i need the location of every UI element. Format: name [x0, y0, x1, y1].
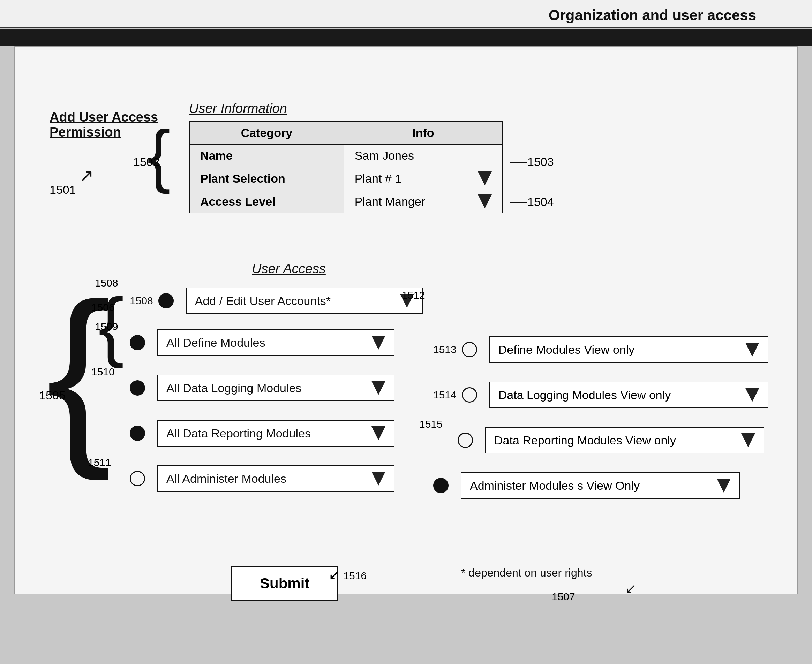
access-row-4: All Data Reporting Modules: [130, 420, 395, 446]
right-dropdown-3[interactable]: [741, 433, 755, 447]
add-user-line1: Add User Access: [49, 110, 158, 125]
bullet-1511a: [130, 426, 145, 441]
ref-1508: 1508: [130, 295, 153, 307]
access-label-4: All Data Reporting Modules: [166, 426, 311, 440]
right-access-row-3: Data Reporting Modules View only: [433, 427, 764, 454]
submit-button[interactable]: Submit: [231, 566, 338, 601]
main-content: Add User Access Permission 1501 ↗ { 1502…: [14, 46, 798, 594]
right-bullet-1514: [462, 387, 477, 403]
row-access-value: Plant Manger: [344, 190, 502, 213]
ref-1506: 1506: [91, 301, 115, 313]
ref-1505: 1505: [39, 389, 65, 402]
row-plant-value: Plant # 1: [344, 167, 502, 190]
bullet-1508: [158, 293, 174, 308]
right-access-label-3: Data Reporting Modules View only: [494, 434, 676, 447]
user-info-title: User Information: [189, 101, 503, 116]
access-row-1: 1508 Add / Edit User Accounts*: [130, 288, 423, 314]
right-dropdown-4[interactable]: [717, 478, 731, 493]
access-dropdown-3[interactable]: [372, 381, 385, 395]
access-box-2[interactable]: All Define Modules: [157, 329, 395, 356]
access-row-3: All Data Logging Modules: [130, 375, 395, 401]
user-info-table: Category Info Name Sam Jones Plant Selec…: [189, 121, 503, 213]
thick-black-bar: [0, 29, 812, 46]
access-label-1: Add / Edit User Accounts*: [195, 294, 331, 308]
right-access-label-2: Data Logging Modules View only: [499, 388, 671, 402]
access-box-5[interactable]: All Administer Modules: [157, 465, 395, 492]
ref-1515-label: 1515: [419, 418, 443, 430]
bullet-1511b: [130, 471, 145, 486]
row-access-label: Access Level: [189, 190, 344, 213]
add-user-line2: Permission: [49, 125, 158, 140]
bullet-1509: [130, 335, 145, 350]
access-dropdown-5[interactable]: [372, 472, 385, 485]
table-row-plant: Plant Selection Plant # 1: [189, 167, 502, 190]
col-info: Info: [344, 122, 502, 144]
right-dropdown-1[interactable]: [745, 343, 759, 356]
right-access-row-2: 1514 Data Logging Modules View only: [433, 382, 768, 408]
bullet-1510: [130, 380, 145, 395]
right-access-row-4: Administer Modules s View Only: [433, 472, 740, 499]
right-access-row-1: 1513 Define Modules View only: [433, 336, 768, 363]
access-label-5: All Administer Modules: [166, 472, 286, 485]
access-label-3: All Data Logging Modules: [166, 381, 302, 395]
ref-1509-label: 1509: [95, 321, 118, 332]
line-1503: [510, 162, 527, 163]
ref-1511-label: 1511: [88, 457, 111, 469]
add-user-permission-label: Add User Access Permission: [49, 110, 158, 140]
right-bullet-1513: [462, 342, 477, 357]
right-dropdown-2[interactable]: [745, 388, 759, 402]
row-plant-label: Plant Selection: [189, 167, 344, 190]
arrow-1507: ↙: [625, 580, 637, 596]
access-label-2: All Define Modules: [166, 336, 265, 350]
access-box-1[interactable]: Add / Edit User Accounts*: [186, 288, 423, 314]
table-row-name: Name Sam Jones: [189, 144, 502, 167]
table-row-access: Access Level Plant Manger: [189, 190, 502, 213]
access-row-2: All Define Modules: [130, 329, 395, 356]
access-box-4[interactable]: All Data Reporting Modules: [157, 420, 395, 446]
ref-1516-label: ↙ 1516: [329, 566, 367, 583]
header-title: Organization and user access: [549, 7, 756, 24]
line-1504: [510, 202, 527, 203]
right-access-box-3[interactable]: Data Reporting Modules View only: [485, 427, 764, 454]
access-dropdown-4[interactable]: [372, 426, 385, 440]
access-dropdown-2[interactable]: [372, 336, 385, 350]
right-access-box-4[interactable]: Administer Modules s View Only: [461, 472, 740, 499]
ref-1503: 1503: [527, 155, 554, 169]
plant-dropdown-arrow[interactable]: [478, 171, 492, 186]
right-access-label-1: Define Modules View only: [499, 343, 635, 356]
ref-1510-label: 1510: [91, 366, 115, 378]
right-bullet-filled-4: [433, 478, 448, 493]
footnote: * dependent on user rights: [461, 566, 592, 579]
ref-1514: 1514: [433, 389, 457, 401]
row-name-label: Name: [189, 144, 344, 167]
col-category: Category: [189, 122, 344, 144]
access-box-3[interactable]: All Data Logging Modules: [157, 375, 395, 401]
right-access-box-1[interactable]: Define Modules View only: [489, 336, 768, 363]
right-bullet-1515: [458, 433, 473, 448]
top-bar: Organization and user access: [0, 0, 812, 28]
ref-1512: 1512: [402, 289, 425, 301]
row-name-value: Sam Jones: [344, 144, 502, 167]
access-dropdown-arrow[interactable]: [478, 194, 492, 208]
right-access-label-4: Administer Modules s View Only: [470, 479, 640, 493]
arrow-1501: ↗: [79, 166, 94, 186]
ref-1504: 1504: [527, 195, 554, 209]
ref-1508-label: 1508: [95, 277, 118, 289]
user-access-title: User Access: [252, 261, 326, 277]
ref-1507-label: 1507: [552, 591, 575, 603]
ref-1502: 1502: [133, 155, 160, 169]
access-row-5: All Administer Modules: [130, 465, 395, 492]
right-access-box-2[interactable]: Data Logging Modules View only: [489, 382, 768, 408]
ref-1513: 1513: [433, 344, 457, 356]
ref-1501: 1501: [49, 183, 76, 197]
user-info-section: User Information Category Info Name Sam …: [189, 101, 503, 213]
